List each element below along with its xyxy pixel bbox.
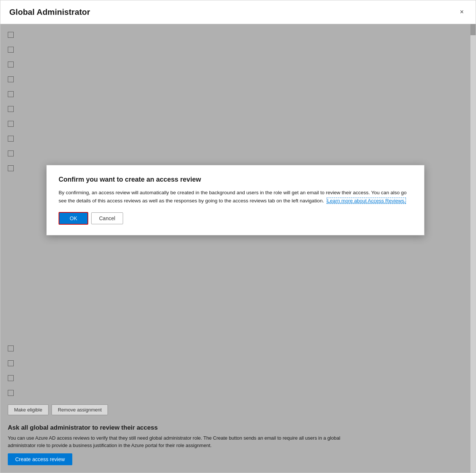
make-eligible-button[interactable]: Make eligible — [8, 404, 49, 415]
table-row — [8, 132, 468, 146]
table-row — [8, 117, 468, 131]
table-row — [8, 341, 463, 355]
checkbox[interactable] — [8, 121, 14, 127]
main-panel: Global Administrator × — [0, 0, 476, 473]
bottom-checkboxes — [8, 341, 463, 400]
checkbox[interactable] — [8, 360, 14, 366]
table-row — [8, 102, 468, 116]
checkbox[interactable] — [8, 345, 14, 351]
checkbox[interactable] — [8, 76, 14, 82]
table-row — [8, 28, 468, 42]
ok-button[interactable]: OK — [59, 212, 88, 225]
table-row — [8, 386, 463, 400]
cancel-button[interactable]: Cancel — [91, 212, 123, 224]
checkbox[interactable] — [8, 375, 14, 381]
table-row — [8, 371, 463, 385]
learn-more-link[interactable]: Learn more about Access Reviews. — [327, 198, 406, 204]
remove-assignment-button[interactable]: Remove assignment — [52, 404, 108, 415]
bottom-section: Make eligible Remove assignment Ask all … — [0, 338, 470, 473]
checkbox[interactable] — [8, 165, 14, 171]
panel-content: Make eligible Remove assignment Ask all … — [0, 24, 476, 473]
dialog-actions: OK Cancel — [59, 212, 412, 225]
checkbox[interactable] — [8, 136, 14, 142]
panel-header: Global Administrator × — [0, 0, 476, 24]
table-row — [8, 57, 468, 72]
confirmation-dialog: Confirm you want to create an access rev… — [46, 165, 424, 235]
scrollbar[interactable] — [470, 24, 476, 473]
dialog-body: By confirming, an access review will aut… — [59, 189, 412, 205]
background-rows-top — [0, 24, 476, 179]
ask-section-title: Ask all global administrator to review t… — [8, 424, 463, 431]
table-row — [8, 72, 468, 86]
close-button[interactable]: × — [457, 7, 467, 17]
dialog-title: Confirm you want to create an access rev… — [59, 176, 412, 183]
table-row — [8, 87, 468, 101]
checkbox[interactable] — [8, 106, 14, 112]
checkbox[interactable] — [8, 91, 14, 97]
checkbox[interactable] — [8, 47, 14, 53]
checkbox[interactable] — [8, 390, 14, 396]
ask-section: Ask all global administrator to review t… — [8, 424, 463, 469]
scrollbar-thumb[interactable] — [470, 24, 476, 35]
checkbox[interactable] — [8, 62, 14, 67]
ask-section-description: You can use Azure AD access reviews to v… — [8, 434, 341, 449]
checkbox[interactable] — [8, 32, 14, 38]
table-row — [8, 146, 468, 161]
table-row — [8, 43, 468, 57]
action-buttons: Make eligible Remove assignment — [8, 404, 463, 415]
table-row — [8, 356, 463, 370]
create-access-review-button[interactable]: Create access review — [8, 453, 72, 465]
checkbox[interactable] — [8, 150, 14, 156]
panel-title: Global Administrator — [9, 7, 90, 17]
